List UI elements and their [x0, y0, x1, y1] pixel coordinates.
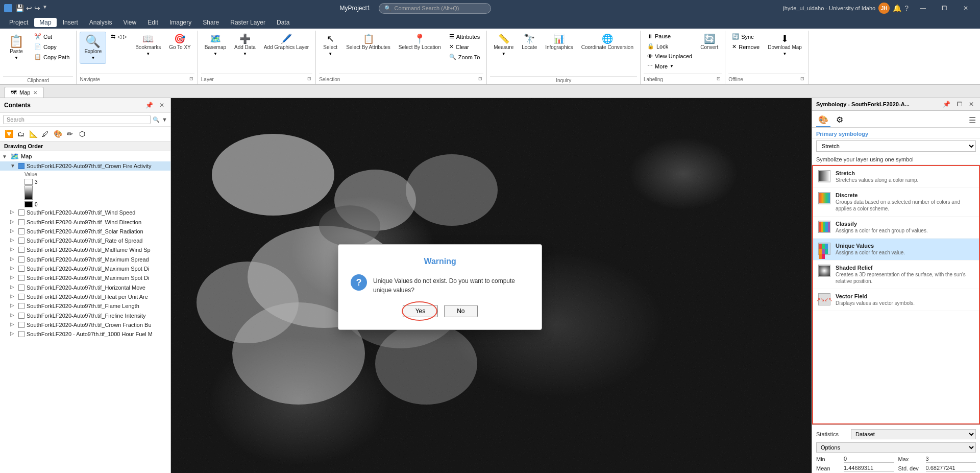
layer-item-crown-frac[interactable]: ▷ SouthForkLF2020-Auto97th.tif_Crown Fra…: [0, 320, 170, 329]
sym-option-classify[interactable]: Classify Assigns a color for each group …: [813, 217, 979, 239]
convert-button[interactable]: 🔄 Convert: [697, 32, 722, 53]
layer-tool-filter[interactable]: 🔽: [3, 128, 14, 139]
clear-button[interactable]: ✕ Clear: [446, 42, 484, 52]
menu-map[interactable]: Map: [34, 18, 56, 27]
menu-raster-layer[interactable]: Raster Layer: [225, 18, 271, 27]
download-map-button[interactable]: ⬇ Download Map ▼: [764, 32, 805, 59]
midflame-checkbox[interactable]: [18, 247, 24, 253]
maximize-button[interactable]: ⧠: [934, 0, 954, 16]
sym-option-unique[interactable]: Unique Values Assigns a color for each v…: [813, 239, 979, 261]
crown-fire-expand[interactable]: ▼: [10, 163, 16, 169]
layer-item-max-spot-di1[interactable]: ▷ SouthForkLF2020-Auto97th.tif_Maximum S…: [0, 264, 170, 273]
explore-button[interactable]: 🔍 Explore ▼: [80, 32, 106, 64]
offline-expand[interactable]: ⊡: [799, 75, 805, 82]
flame-len-expand[interactable]: ▷: [10, 302, 16, 308]
layer-item-map[interactable]: ▼ 🗺️ Map: [0, 151, 170, 161]
flame-len-checkbox[interactable]: [18, 303, 24, 309]
1000hr-expand[interactable]: ▷: [10, 330, 16, 336]
measure-button[interactable]: 📏 Measure ▼: [490, 32, 517, 59]
add-graphics-layer-button[interactable]: 🖊️ Add Graphics Layer: [260, 32, 312, 53]
more-button[interactable]: ⋯ More ▼: [644, 61, 696, 71]
layer-tool-mesh[interactable]: ⬡: [77, 128, 88, 139]
contents-close[interactable]: ✕: [157, 101, 166, 109]
explore-dropdown[interactable]: ▼: [91, 56, 95, 60]
menu-edit[interactable]: Edit: [142, 18, 163, 27]
max-spot-di2-expand[interactable]: ▷: [10, 274, 16, 280]
layer-expand[interactable]: ⊡: [306, 75, 312, 82]
layer-tool-annotate[interactable]: ✏: [64, 128, 76, 139]
fireline-expand[interactable]: ▷: [10, 312, 16, 318]
sym-tab-rendering[interactable]: ⚙: [832, 113, 847, 127]
redo-btn[interactable]: ↪: [34, 4, 40, 12]
nav-arrows-button[interactable]: ⇆ ◁ ▷: [107, 32, 131, 41]
selection-expand[interactable]: ⊡: [477, 75, 483, 82]
sym-option-discrete[interactable]: Discrete Groups data based on a selected…: [813, 188, 979, 217]
sym-pin-btn[interactable]: 📌: [941, 100, 952, 108]
select-by-attributes-button[interactable]: 📋 Select By Attributes: [342, 32, 394, 53]
layer-search-input[interactable]: [3, 115, 151, 124]
crown-fire-checkbox[interactable]: [18, 163, 24, 169]
layer-item-fireline[interactable]: ▷ SouthForkLF2020-Auto97th.tif_Fireline …: [0, 311, 170, 320]
basemap-dropdown[interactable]: ▼: [213, 52, 217, 56]
search-submit-icon[interactable]: 🔍: [153, 116, 160, 123]
labeling-expand[interactable]: ⊡: [716, 75, 722, 82]
layer-item-crown-fire[interactable]: ▼ SouthForkLF2020-Auto97th.tif_Crown Fir…: [0, 161, 170, 171]
map-tab-close[interactable]: ✕: [33, 90, 37, 96]
1000hr-checkbox[interactable]: [18, 331, 24, 337]
command-search-box[interactable]: 🔍 Command Search (Alt+Q): [379, 3, 491, 14]
layer-item-max-spread[interactable]: ▷ SouthForkLF2020-Auto97th.tif_Maximum S…: [0, 255, 170, 264]
no-button[interactable]: No: [444, 305, 477, 317]
rate-spread-expand[interactable]: ▷: [10, 237, 16, 243]
zoom-to-button[interactable]: 🔍 Zoom To: [446, 52, 484, 62]
goto-xy-button[interactable]: 🎯 Go To XY: [165, 32, 194, 53]
coordinate-conversion-button[interactable]: 🌐 Coordinate Conversion: [578, 32, 637, 53]
download-map-dropdown[interactable]: ▼: [783, 52, 787, 56]
symbology-type-dropdown[interactable]: Stretch Discrete Classify Unique Values …: [816, 140, 976, 152]
layer-tool-raster[interactable]: 🖊: [40, 128, 51, 139]
sym-close-btn[interactable]: ✕: [967, 100, 976, 108]
menu-insert[interactable]: Insert: [58, 18, 83, 27]
heat-unit-expand[interactable]: ▷: [10, 293, 16, 299]
attributes-button[interactable]: ☰ Attributes: [446, 32, 484, 41]
yes-button[interactable]: Yes: [403, 305, 438, 317]
dropdown-btn[interactable]: ▼: [42, 4, 47, 12]
layer-item-solar-rad[interactable]: ▷ SouthForkLF2020-Auto97th.tif_Solar Rad…: [0, 227, 170, 236]
copy-button[interactable]: 📄 Copy: [31, 42, 73, 52]
sym-menu-icon[interactable]: ☰: [969, 115, 976, 125]
bookmarks-button[interactable]: 📖 Bookmarks ▼: [132, 32, 164, 59]
statistics-dropdown[interactable]: Dataset: [851, 429, 976, 439]
sym-float-btn[interactable]: ⧠: [954, 100, 965, 108]
save-btn[interactable]: 💾: [15, 4, 24, 12]
layer-item-heat-unit[interactable]: ▷ SouthForkLF2020-Auto97th.tif_Heat per …: [0, 292, 170, 301]
map-expand-arrow[interactable]: ▼: [2, 154, 8, 159]
max-spot-di2-checkbox[interactable]: [18, 275, 24, 281]
rate-spread-checkbox[interactable]: [18, 238, 24, 244]
max-spot-di1-expand[interactable]: ▷: [10, 265, 16, 271]
horiz-move-expand[interactable]: ▷: [10, 284, 16, 290]
wind-speed-expand[interactable]: ▷: [10, 209, 16, 215]
menu-imagery[interactable]: Imagery: [164, 18, 197, 27]
notification-icon[interactable]: 🔔: [893, 4, 901, 12]
bookmarks-dropdown[interactable]: ▼: [146, 52, 150, 56]
infographics-button[interactable]: 📊 Infographics: [542, 32, 576, 53]
wind-dir-checkbox[interactable]: [18, 219, 24, 225]
view-unplaced-button[interactable]: 👁 View Unplaced: [644, 52, 696, 61]
locate-button[interactable]: 🔭 Locate: [518, 32, 541, 53]
user-avatar[interactable]: JH: [878, 3, 890, 14]
sync-button[interactable]: 🔄 Sync: [728, 32, 763, 41]
layer-item-horiz-move[interactable]: ▷ SouthForkLF2020-Auto97th.tif_Horizonta…: [0, 283, 170, 292]
add-data-dropdown[interactable]: ▼: [243, 52, 247, 56]
search-filter-icon[interactable]: ▼: [162, 116, 167, 123]
max-spread-checkbox[interactable]: [18, 256, 24, 263]
wind-dir-expand[interactable]: ▷: [10, 219, 16, 224]
navigate-expand[interactable]: ⊡: [188, 75, 194, 82]
cut-button[interactable]: ✂️ Cut: [31, 32, 73, 41]
add-data-button[interactable]: ➕ Add Data ▼: [231, 32, 259, 59]
undo-btn[interactable]: ↩: [26, 4, 32, 12]
sym-option-stretch[interactable]: Stretch Stretches values along a color r…: [813, 166, 979, 188]
select-by-location-button[interactable]: 📍 Select By Location: [395, 32, 445, 53]
sym-option-vector[interactable]: ↗↘↙↖ Vector Field Displays values as vec…: [813, 289, 979, 311]
sym-tab-symbology[interactable]: 🎨: [816, 113, 830, 127]
minimize-button[interactable]: —: [913, 0, 933, 16]
sym-option-shaded[interactable]: Shaded Relief Creates a 3D representatio…: [813, 261, 979, 289]
